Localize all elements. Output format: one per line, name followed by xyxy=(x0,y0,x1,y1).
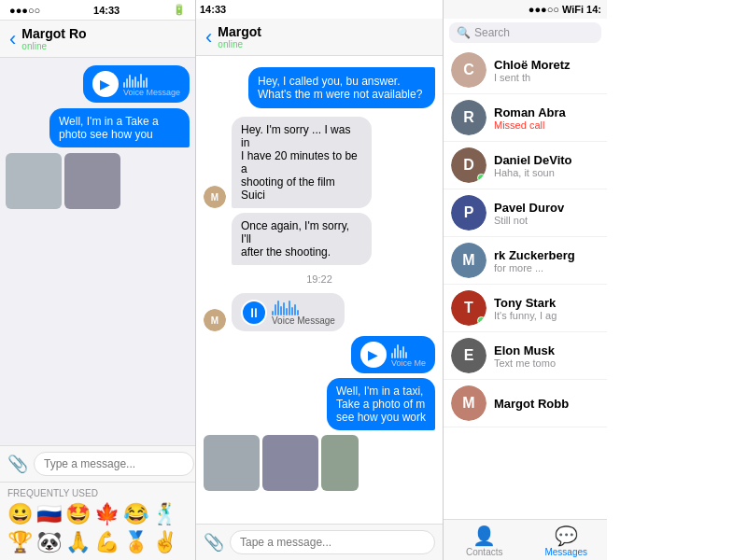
mid-chat-title: Margot xyxy=(218,24,261,39)
emoji-4[interactable]: 🍁 xyxy=(94,502,120,526)
messages-tab-label: Messages xyxy=(544,547,587,557)
contact-status-roman: Missed call xyxy=(494,119,599,131)
play-btn-mid[interactable]: ▶ xyxy=(360,342,387,368)
contact-status-daniel: Haha, it soun xyxy=(494,167,599,178)
search-placeholder: Search xyxy=(474,26,510,39)
online-indicator-daniel xyxy=(477,174,486,182)
sender-avatar-2: M xyxy=(204,309,226,331)
right-wifi: WiFi xyxy=(562,4,584,15)
emoji-12[interactable]: ✌️ xyxy=(152,530,177,554)
timestamp-1: 19:22 xyxy=(204,273,435,285)
sender-avatar: M xyxy=(204,186,226,208)
photo-row xyxy=(6,153,190,209)
photo-row-mid xyxy=(204,435,435,491)
photo-mid-1 xyxy=(204,435,260,491)
mid-online-status: online xyxy=(218,39,261,49)
contact-name-tony: Tony Stark xyxy=(494,296,599,310)
contact-name-roman: Roman Abra xyxy=(494,105,599,119)
sent-bubble-mid: Well, I'm in a taxi,Take a photo of msee… xyxy=(327,378,435,430)
waveform-sent xyxy=(391,342,426,358)
emoji-label: FREQUENTLY USED xyxy=(7,488,188,498)
avatar-daniel: D xyxy=(451,147,486,183)
chat-title: Margot Ro xyxy=(21,26,86,41)
avatar-margot: M xyxy=(451,385,486,421)
pause-button[interactable]: ⏸ xyxy=(241,300,267,326)
play-button[interactable]: ▶ xyxy=(92,71,119,97)
contact-item-chloe[interactable]: C Chloë Moretz I sent th xyxy=(444,47,607,94)
messages-tab-icon: 💬 xyxy=(555,525,578,547)
left-status-bar: ●●●○○ 14:33 🔋 xyxy=(0,0,195,21)
contact-item-daniel[interactable]: D Daniel DeVito Haha, it soun xyxy=(444,142,607,189)
contact-item-roman[interactable]: R Roman Abra Missed call xyxy=(444,94,607,142)
contact-status-tony: It's funny, I ag xyxy=(494,310,599,321)
contacts-tab-label: Contacts xyxy=(466,547,502,557)
sent-voice-label: Voice Me xyxy=(391,358,426,368)
mid-input-area: 📎 xyxy=(196,524,443,560)
emoji-9[interactable]: 🙏 xyxy=(65,530,91,554)
avatar-elon: E xyxy=(451,338,486,373)
contact-info-margot: Margot Robb xyxy=(494,397,599,411)
waveform-received xyxy=(272,299,335,315)
search-icon: 🔍 xyxy=(457,26,471,39)
contacts-tab-icon: 👤 xyxy=(472,525,496,547)
battery: 🔋 xyxy=(173,4,186,16)
tab-contacts[interactable]: 👤 Contacts xyxy=(444,520,526,560)
mid-attach-icon[interactable]: 📎 xyxy=(204,532,224,553)
mid-status-bar: 14:33 xyxy=(196,0,443,19)
chat-messages-left: ▶ Voice Message Well, I'm in a Take a ph… xyxy=(0,58,195,445)
emoji-10[interactable]: 💪 xyxy=(94,530,120,554)
contact-item-margot[interactable]: M Margot Robb xyxy=(444,380,607,427)
contact-item-zuckerberg[interactable]: M rk Zuckerberg for more ... xyxy=(444,237,607,285)
received-voice: ⏸ Voice Message xyxy=(232,293,345,331)
emoji-6[interactable]: 🕺 xyxy=(152,502,177,526)
mid-message-input[interactable] xyxy=(230,530,435,554)
contact-item-tony[interactable]: T Tony Stark It's funny, I ag xyxy=(444,285,607,332)
callout-bubble: Hey, I called you, bu answer. What's the… xyxy=(248,67,435,108)
message-input[interactable] xyxy=(34,452,194,476)
received-msg-2: Once again, I'm sorry, I'llafter the sho… xyxy=(232,213,435,265)
emoji-11[interactable]: 🏅 xyxy=(123,530,148,554)
online-status: online xyxy=(21,41,86,51)
contact-status-chloe: I sent th xyxy=(494,72,599,83)
attach-icon[interactable]: 📎 xyxy=(7,454,28,474)
contact-status-elon: Text me tomo xyxy=(494,357,599,369)
received-bubble-1: Hey. I'm sorry ... I was inI have 20 min… xyxy=(232,117,372,208)
bottom-tabs: 👤 Contacts 💬 Messages xyxy=(444,519,607,560)
contact-status-pavel: Still not xyxy=(494,215,599,226)
mid-chat-messages: Hey, I called you, bu answer. What's the… xyxy=(196,56,443,524)
left-chat-panel: ●●●○○ 14:33 🔋 ‹ Margot Ro online ▶ Voice… xyxy=(0,0,196,560)
emoji-1[interactable]: 😀 xyxy=(7,502,33,526)
emoji-section: FREQUENTLY USED 😀 🇷🇺 🤩 🍁 😂 🕺 🏆 🐼 🙏 💪 🏅 ✌… xyxy=(0,482,195,560)
back-button[interactable]: ‹ xyxy=(9,27,16,51)
emoji-5[interactable]: 😂 xyxy=(123,502,148,526)
avatar-roman: R xyxy=(451,100,486,135)
avatar-pavel: P xyxy=(451,195,486,231)
received-bubble-2: Once again, I'm sorry, I'llafter the sho… xyxy=(232,213,372,265)
contact-item-pavel[interactable]: P Pavel Durov Still not xyxy=(444,189,607,237)
received-msg-1: M Hey. I'm sorry ... I was inI have 20 m… xyxy=(204,117,435,208)
avatar-zuckerberg: M xyxy=(451,243,486,278)
contacts-panel: ●●●○○ WiFi 14: 🔍 Search C Chloë Moretz I… xyxy=(444,0,607,560)
contacts-list: C Chloë Moretz I sent th R Roman Abra Mi… xyxy=(444,47,607,519)
contact-name-margot: Margot Robb xyxy=(494,397,599,411)
sent-voice-mid: ▶ Voice Me xyxy=(351,336,435,373)
contact-name-elon: Elon Musk xyxy=(494,343,599,357)
contact-item-elon[interactable]: E Elon Musk Text me tomo xyxy=(444,332,607,380)
time: 14:33 xyxy=(93,5,120,16)
photo-mid-3 xyxy=(321,435,359,491)
tab-messages[interactable]: 💬 Messages xyxy=(526,520,608,560)
contact-info-zuckerberg: rk Zuckerberg for more ... xyxy=(494,248,599,273)
emoji-7[interactable]: 🏆 xyxy=(7,530,33,554)
photo-1 xyxy=(6,153,62,209)
mid-back-button[interactable]: ‹ xyxy=(205,25,212,49)
emoji-2[interactable]: 🇷🇺 xyxy=(36,502,62,526)
contact-name-pavel: Pavel Durov xyxy=(494,201,599,215)
voice-label: Voice Message xyxy=(123,88,180,97)
contact-info-chloe: Chloë Moretz I sent th xyxy=(494,58,599,83)
search-bar[interactable]: 🔍 Search xyxy=(449,22,601,43)
emoji-3[interactable]: 🤩 xyxy=(65,502,91,526)
emoji-grid: 😀 🇷🇺 🤩 🍁 😂 🕺 🏆 🐼 🙏 💪 🏅 ✌️ xyxy=(7,502,188,554)
emoji-8[interactable]: 🐼 xyxy=(36,530,62,554)
sent-bubble: Well, I'm in a Take a photo see how you xyxy=(49,108,190,147)
contact-status-zuckerberg: for more ... xyxy=(494,262,599,273)
